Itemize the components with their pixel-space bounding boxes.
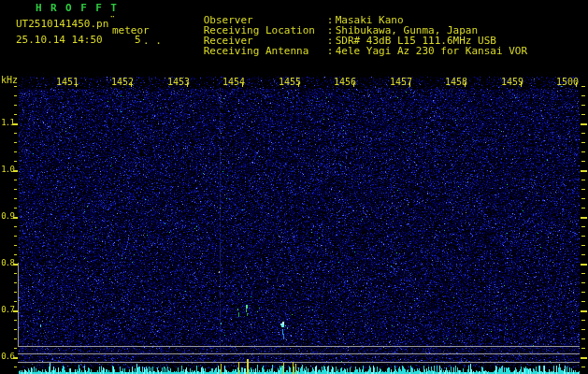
time-tick-label-1458: 1458 <box>445 78 467 87</box>
time-tick-label-1456: 1456 <box>334 78 356 87</box>
cursor-dots: . . <box>143 36 162 46</box>
freq-tick-label-0.7: 0.7 <box>0 306 14 314</box>
freq-tick-label-0.8: 0.8 <box>0 259 14 267</box>
time-tick-label-1453: 1453 <box>167 78 190 87</box>
info-value: 4ele Yagi Az 230 for Kansai VOR <box>336 45 527 57</box>
time-tick-label-1457: 1457 <box>390 78 412 87</box>
freq-tick-label-1.1: 1.1 <box>0 119 14 127</box>
info-row-observer: Observer:Masaki Kano <box>166 5 527 15</box>
freq-tick-label-1.0: 1.0 <box>0 165 14 174</box>
info-label: Receiving Antenna <box>204 46 327 56</box>
freq-tick-label-0.6: 0.6 <box>0 352 14 361</box>
time-tick-label-1451: 1451 <box>56 78 79 87</box>
time-tick-label-1459: 1459 <box>501 78 523 87</box>
frame-filename: UT2510141450.pn <box>16 19 108 29</box>
station-info: Observer:Masaki Kano Receiving Location:… <box>166 5 527 46</box>
time-tick-label-1455: 1455 <box>279 78 301 87</box>
freq-tick-label-0.9: 0.9 <box>0 212 14 221</box>
info-colon: : <box>327 46 336 56</box>
time-tick-label-1454: 1454 <box>222 78 245 87</box>
app-title: H R O F F T <box>36 3 118 13</box>
frame-datetime: 25.10.14 14:50 <box>16 35 103 45</box>
time-tick-label-1500: 1500 <box>556 78 579 87</box>
hrofft-screen: H R O F F T UT2510141450.pn ¨ meteor 25.… <box>0 0 588 374</box>
time-tick-label-1452: 1452 <box>111 78 134 87</box>
echo-count: 5 <box>135 35 141 45</box>
freq-axis-unit: kHz <box>1 75 18 85</box>
